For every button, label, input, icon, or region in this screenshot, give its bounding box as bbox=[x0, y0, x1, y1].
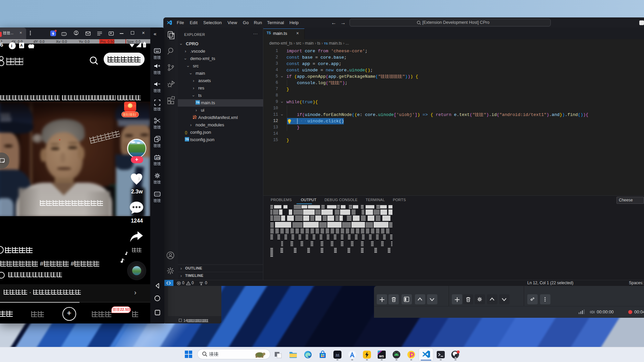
svg-text:APK: APK bbox=[156, 157, 160, 159]
svg-text:WS: WS bbox=[379, 355, 384, 358]
